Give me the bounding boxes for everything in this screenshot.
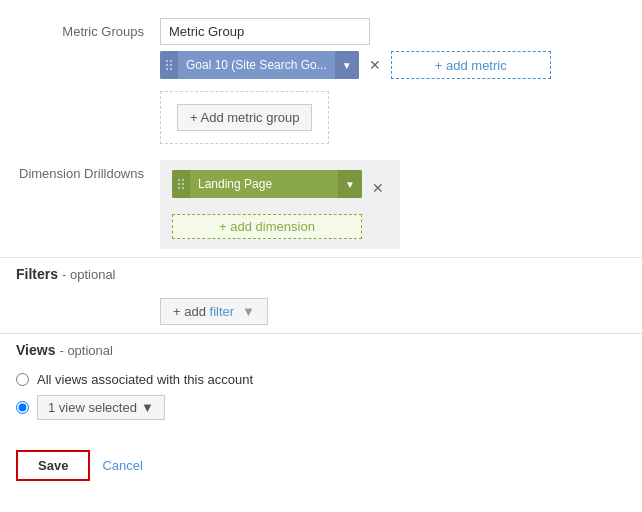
- metric-tag-drag-handle[interactable]: [160, 51, 178, 79]
- all-views-radio-row: All views associated with this account: [16, 372, 626, 387]
- view-selected-label: 1 view selected: [48, 400, 137, 415]
- all-views-radio[interactable]: [16, 373, 29, 386]
- views-section: All views associated with this account 1…: [0, 366, 642, 438]
- metric-groups-content: Goal 10 (Site Search Go... ▼ ✕ + add met…: [160, 18, 642, 144]
- add-filter-label: + add filter: [173, 304, 234, 319]
- filters-content: + add filter ▼: [160, 298, 642, 325]
- all-views-label: All views associated with this account: [37, 372, 253, 387]
- view-selected-dropdown-arrow: ▼: [141, 400, 154, 415]
- form-container: Metric Groups Goal 10 (Site Search Go...…: [0, 0, 642, 503]
- metric-tag-label: Goal 10 (Site Search Go...: [178, 58, 335, 72]
- filters-header-row: Filters - optional: [0, 258, 642, 290]
- action-row: Save Cancel: [0, 438, 642, 493]
- metric-groups-label: Metric Groups: [0, 18, 160, 39]
- metric-tag-dropdown[interactable]: ▼: [335, 51, 359, 79]
- views-header: Views: [16, 342, 55, 358]
- filters-spacer: [0, 298, 160, 304]
- filters-header: Filters: [16, 266, 58, 282]
- add-metric-group-button[interactable]: + Add metric group: [177, 104, 312, 131]
- selected-view-radio-row: 1 view selected ▼: [16, 395, 626, 420]
- dimension-content: Landing Page ▼ ✕ + add dimension: [160, 160, 642, 249]
- filters-optional: - optional: [62, 267, 115, 282]
- view-selected-radio[interactable]: [16, 401, 29, 414]
- metric-tag[interactable]: Goal 10 (Site Search Go... ▼: [160, 51, 359, 79]
- dimension-tag-label: Landing Page: [190, 177, 338, 191]
- add-dimension-button[interactable]: + add dimension: [172, 214, 362, 239]
- views-header-row: Views - optional: [0, 334, 642, 366]
- metric-groups-row: Metric Groups Goal 10 (Site Search Go...…: [0, 10, 642, 152]
- cancel-link[interactable]: Cancel: [102, 458, 142, 473]
- dimension-tag-close[interactable]: ✕: [368, 181, 388, 195]
- dimension-drilldowns-label: Dimension Drilldowns: [0, 160, 160, 181]
- dimension-section: Landing Page ▼ ✕ + add dimension: [160, 160, 400, 249]
- add-metric-button[interactable]: + add metric: [391, 51, 551, 79]
- dimension-tag[interactable]: Landing Page ▼: [172, 170, 362, 198]
- add-filter-button[interactable]: + add filter ▼: [160, 298, 268, 325]
- filter-link-text: filter: [210, 304, 235, 319]
- dimension-drilldowns-row: Dimension Drilldowns Landing Page ▼: [0, 152, 642, 257]
- view-selected-button[interactable]: 1 view selected ▼: [37, 395, 165, 420]
- metric-row: Goal 10 (Site Search Go... ▼ ✕ + add met…: [160, 51, 642, 79]
- dimension-tag-row: Landing Page ▼ ✕: [172, 170, 388, 206]
- filters-row: + add filter ▼: [0, 290, 642, 333]
- filter-dropdown-arrow: ▼: [242, 304, 255, 319]
- dimension-tag-dropdown[interactable]: ▼: [338, 170, 362, 198]
- metric-group-name-input[interactable]: [160, 18, 370, 45]
- metric-tag-close[interactable]: ✕: [367, 58, 383, 72]
- save-button[interactable]: Save: [16, 450, 90, 481]
- add-metric-group-area: + Add metric group: [160, 91, 329, 144]
- views-optional: - optional: [59, 343, 112, 358]
- dimension-drag-handle[interactable]: [172, 170, 190, 198]
